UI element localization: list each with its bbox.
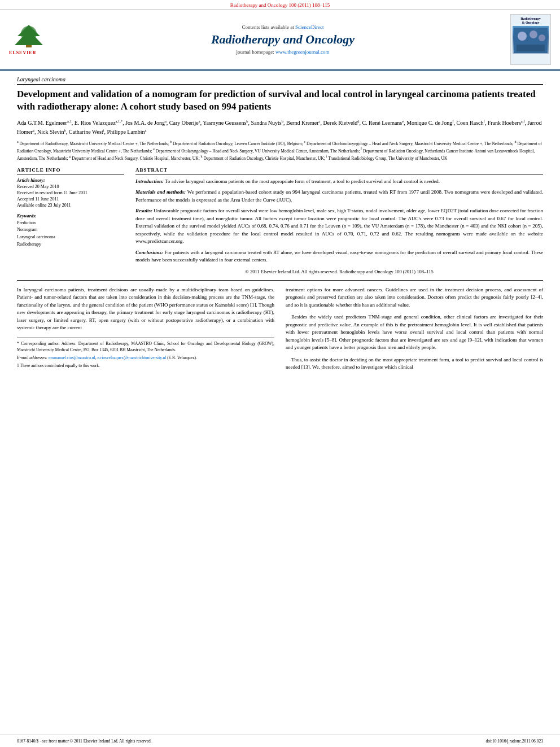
body-text: In laryngeal carcinoma patients, treatme… — [17, 286, 543, 376]
abstract-column: ABSTRACT Introduction: To advise larynge… — [135, 167, 543, 274]
journal-title: Radiotherapy and Oncology — [64, 32, 501, 47]
accepted-date: Accepted 11 June 2011 — [17, 196, 124, 202]
contents-line: Contents lists available at ScienceDirec… — [64, 24, 501, 30]
body-para-col2-3: Thus, to assist the doctor in deciding o… — [286, 356, 543, 372]
keyword-4: Radiotherapy — [17, 241, 124, 248]
journal-issue-info: Radiotherapy and Oncology 100 (2011) 108… — [0, 0, 560, 10]
elsevier-block: ELSEVIER — [9, 24, 60, 55]
keyword-3: Laryngeal carcinoma — [17, 234, 124, 241]
journal-cover-area: Radiotherapy& Oncology — [506, 14, 551, 65]
article-info-header: ARTICLE INFO — [17, 167, 124, 174]
article-info-column: ARTICLE INFO Article history: Received 2… — [17, 167, 124, 274]
journal-center-info: Contents lists available at ScienceDirec… — [64, 24, 501, 55]
main-content: Laryngeal carcinoma Development and vali… — [0, 71, 560, 735]
footnote-email: E-mail addresses: emmanuel.rios@maastro.… — [17, 355, 274, 361]
abstract-copyright: © 2011 Elsevier Ireland Ltd. All rights … — [135, 269, 543, 274]
svg-point-4 — [518, 32, 527, 41]
cover-illustration-icon — [514, 28, 548, 53]
abstract-conclusions: Conclusions: For patients with a larynge… — [135, 249, 543, 264]
article-category: Laryngeal carcinoma — [17, 76, 543, 85]
svg-point-5 — [530, 30, 537, 38]
page: Radiotherapy and Oncology 100 (2011) 108… — [0, 0, 560, 747]
homepage-line: journal homepage: www.thegreenjournal.co… — [64, 49, 501, 55]
footnote-note1: 1 These authors contributed equally to t… — [17, 362, 274, 369]
elsevier-logo-area: ELSEVIER — [9, 24, 60, 55]
footer-doi: doi:10.1016/j.radonc.2011.06.023 — [485, 739, 543, 744]
affiliations: a Department of Radiotherapy, Maastricht… — [17, 139, 543, 161]
authors: Ada G.T.M. Egelmeera,1, E. Rios Velazque… — [17, 119, 543, 136]
svg-point-2 — [21, 26, 37, 42]
cover-image — [513, 26, 549, 54]
abstract-intro: Introduction: To advise laryngeal carcin… — [135, 178, 543, 186]
elsevier-tree-icon — [9, 24, 49, 49]
elsevier-text: ELSEVIER — [9, 50, 36, 55]
received-date: Received 20 May 2010 — [17, 184, 124, 190]
keywords-label: Keywords: — [17, 213, 124, 219]
abstract-methods: Materials and methods: We performed a po… — [135, 189, 543, 204]
body-column-1: In laryngeal carcinoma patients, treatme… — [17, 286, 274, 376]
page-footer: 0167-8140/$ - see front matter © 2011 El… — [0, 735, 560, 747]
history-label: Article history: — [17, 178, 124, 183]
body-para-col2-2: Besides the widely used predictors TNM-s… — [286, 313, 543, 352]
footnotes: * Corresponding author. Address: Departm… — [17, 338, 274, 369]
footnote-corresponding: * Corresponding author. Address: Departm… — [17, 340, 274, 353]
abstract-results: Results: Unfavorable prognostic factors … — [135, 207, 543, 246]
body-para-col2-1: treatment options for more advanced canc… — [286, 286, 543, 309]
journal-header: ELSEVIER Contents lists available at Sci… — [0, 10, 560, 71]
keyword-2: Nomogram — [17, 226, 124, 234]
svg-point-6 — [539, 34, 545, 41]
body-para-1: In laryngeal carcinoma patients, treatme… — [17, 286, 274, 332]
article-info-abstract: ARTICLE INFO Article history: Received 2… — [17, 167, 543, 274]
online-date: Available online 23 July 2011 — [17, 202, 124, 208]
journal-cover-image: Radiotherapy& Oncology — [510, 14, 551, 65]
article-title: Development and validation of a nomogram… — [17, 88, 543, 113]
body-column-2: treatment options for more advanced canc… — [286, 286, 543, 376]
svg-rect-7 — [517, 45, 545, 51]
keyword-1: Prediction — [17, 220, 124, 227]
abstract-header: ABSTRACT — [135, 167, 543, 174]
revised-date: Received in revised form 11 June 2011 — [17, 190, 124, 196]
footer-issn: 0167-8140/$ - see front matter © 2011 El… — [17, 739, 152, 744]
section-divider — [17, 280, 543, 281]
cover-title: Radiotherapy& Oncology — [520, 17, 540, 25]
